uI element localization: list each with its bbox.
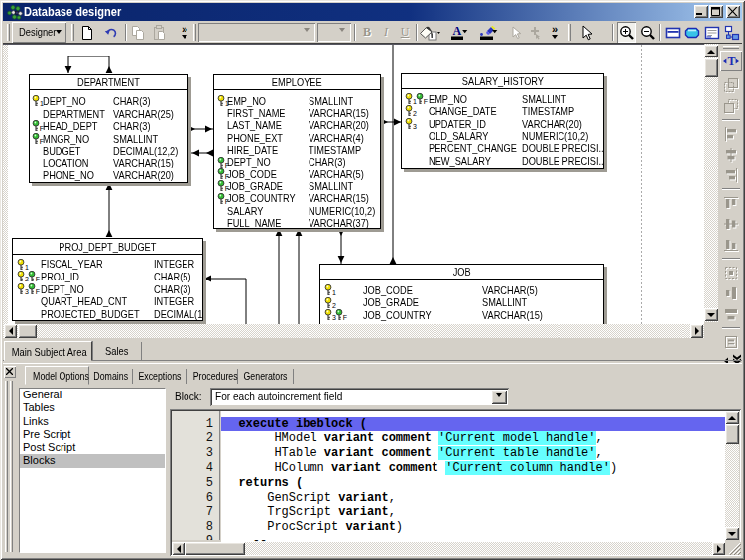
scroll-right-button[interactable] bbox=[690, 324, 703, 338]
entity-field-budget[interactable]: BUDGETDECIMAL(12,2) bbox=[30, 145, 187, 157]
new-view-button[interactable] bbox=[683, 22, 701, 43]
entity-field-hire-date[interactable]: HIRE_DATETIMESTAMP bbox=[214, 144, 380, 156]
entity-field-department[interactable]: DEPARTMENTVARCHAR(25) bbox=[30, 108, 187, 120]
entity-field-first-name[interactable]: FIRST_NAMEVARCHAR(15) bbox=[214, 107, 380, 119]
editor-hscroll-thumb[interactable] bbox=[185, 542, 245, 555]
panel-tab-exceptions[interactable]: Exceptions bbox=[133, 369, 187, 384]
send-to-back-button[interactable] bbox=[720, 95, 742, 116]
undo-button[interactable] bbox=[100, 22, 122, 43]
panel-tab-domains[interactable]: Domains bbox=[89, 369, 133, 384]
entity-field-mngr-no[interactable]: FMNGR_NOSMALLINT bbox=[30, 133, 187, 145]
font-size-combo[interactable] bbox=[317, 23, 351, 42]
code-line-7[interactable]: TrgScript variant, bbox=[221, 505, 725, 520]
new-relationship-button[interactable] bbox=[722, 22, 742, 43]
editor-vscrollbar[interactable] bbox=[725, 411, 739, 540]
list-item-blocks[interactable]: Blocks bbox=[20, 454, 165, 467]
entity-salary-history[interactable]: SALARY_HISTORY1FEMP_NOSMALLINT2CHANGE_DA… bbox=[401, 73, 604, 169]
designer-menu-button[interactable]: Designer bbox=[12, 22, 66, 43]
entity-field-phone-ext[interactable]: PHONE_EXTVARCHAR(4) bbox=[214, 132, 380, 144]
entity-field-emp-no[interactable]: 1FEMP_NOSMALLINT bbox=[402, 93, 603, 105]
align-top-button[interactable] bbox=[720, 192, 742, 213]
entity-field-proj-id[interactable]: 2FPROJ_IDCHAR(5) bbox=[13, 271, 202, 283]
panel-grip[interactable] bbox=[5, 381, 15, 552]
zoom-out-button[interactable] bbox=[638, 22, 657, 43]
italic-button[interactable]: I bbox=[377, 22, 395, 43]
entity-field-percent-change[interactable]: PERCENT_CHANGEDOUBLE PRECISI... bbox=[402, 142, 603, 154]
resize-grip[interactable] bbox=[726, 542, 741, 555]
panel-close-button[interactable] bbox=[4, 366, 16, 378]
autosize-width-button[interactable]: T bbox=[720, 51, 742, 71]
toolbar-overflow-button[interactable]: » bbox=[178, 22, 191, 43]
code-line-1[interactable]: execute ibeblock ( bbox=[221, 417, 725, 432]
add-link-button[interactable] bbox=[526, 22, 544, 43]
toolbar-collapse-left-icon[interactable] bbox=[722, 351, 730, 359]
subject-tab-main-subject-area[interactable]: Main Subject Area bbox=[4, 341, 92, 361]
canvas-hscroll-thumb[interactable] bbox=[18, 324, 37, 338]
entity-field-dept-no[interactable]: FDEPT_NOCHAR(3) bbox=[214, 156, 380, 168]
entity-field-job-country[interactable]: FJOB_COUNTRYVARCHAR(15) bbox=[214, 192, 380, 204]
copy-button[interactable] bbox=[127, 22, 149, 43]
editor-vscroll-thumb[interactable] bbox=[725, 424, 739, 444]
entity-field-salary[interactable]: SALARYNUMERIC(10,2) bbox=[214, 205, 380, 217]
font-name-combo[interactable] bbox=[198, 23, 315, 42]
entity-field-last-name[interactable]: LAST_NAMEVARCHAR(20) bbox=[214, 119, 380, 131]
entity-field-job-country[interactable]: 3FJOB_COUNTRYVARCHAR(15) bbox=[320, 309, 603, 322]
entity-field-job-grade[interactable]: FJOB_GRADESMALLINT bbox=[214, 180, 380, 192]
entity-field-quart-head-cnt[interactable]: QUART_HEAD_CNTINTEGER bbox=[13, 295, 202, 308]
list-item-post-script[interactable]: Post Script bbox=[20, 441, 165, 454]
titlebar[interactable]: Database designer bbox=[3, 3, 742, 21]
entity-field-new-salary[interactable]: NEW_SALARYDOUBLE PRECISI... bbox=[402, 155, 603, 167]
code-line-6[interactable]: GenScript variant, bbox=[221, 491, 725, 505]
entity-proj-dept-budget[interactable]: PROJ_DEPT_BUDGET1FISCAL_YEARINTEGER2FPRO… bbox=[12, 238, 203, 321]
code-line-3[interactable]: HTable variant comment 'Current table ha… bbox=[221, 446, 725, 461]
entity-department[interactable]: DEPARTMENT1DEPT_NOCHAR(3)DEPARTMENTVARCH… bbox=[29, 74, 188, 183]
code-line-2[interactable]: HModel variant comment 'Current model ha… bbox=[221, 431, 725, 446]
code-line-9[interactable]: -- bbox=[221, 534, 725, 542]
new-table-button[interactable] bbox=[663, 22, 682, 43]
paste-button[interactable] bbox=[149, 22, 171, 43]
zoom-in-button[interactable] bbox=[617, 22, 636, 43]
bring-to-front-button[interactable] bbox=[720, 74, 742, 95]
entity-field-change-date[interactable]: 2CHANGE_DATETIMESTAMP bbox=[402, 105, 603, 117]
block-combo[interactable]: For each autoincrement field bbox=[210, 388, 509, 406]
editor-hscrollbar[interactable] bbox=[172, 542, 725, 555]
entity-field-fiscal-year[interactable]: 1FISCAL_YEARINTEGER bbox=[13, 258, 202, 271]
select-links-button[interactable] bbox=[507, 22, 525, 43]
entity-field-updater-id[interactable]: 3UPDATER_IDVARCHAR(20) bbox=[402, 118, 603, 130]
panel-tab-generators[interactable]: Generators bbox=[238, 369, 294, 384]
entity-field-head-dept[interactable]: FHEAD_DEPTCHAR(3) bbox=[30, 120, 187, 132]
code-line-4[interactable]: HColumn variant comment 'Current column … bbox=[221, 461, 725, 476]
pointer-tool-button[interactable] bbox=[574, 22, 598, 43]
entity-field-emp-no[interactable]: 1EMP_NOSMALLINT bbox=[214, 95, 380, 107]
scroll-down-button[interactable] bbox=[725, 527, 739, 540]
align-middle-button[interactable] bbox=[720, 213, 742, 234]
align-right-button[interactable] bbox=[720, 165, 742, 185]
toolbar-overflow-button[interactable]: » bbox=[548, 22, 561, 43]
align-bottom-button[interactable] bbox=[720, 234, 742, 255]
fill-color-button[interactable] bbox=[417, 22, 444, 43]
panel-tab-procedures[interactable]: Procedures bbox=[187, 369, 238, 384]
maximize-button[interactable] bbox=[709, 5, 723, 18]
same-height-button[interactable] bbox=[720, 282, 742, 303]
toolbar-grip[interactable] bbox=[568, 24, 571, 41]
new-note-button[interactable] bbox=[702, 22, 721, 43]
center-on-page-button[interactable] bbox=[720, 331, 742, 352]
canvas-hscrollbar[interactable] bbox=[3, 324, 704, 338]
entity-field-location[interactable]: LOCATIONVARCHAR(15) bbox=[30, 157, 187, 168]
code-line-5[interactable]: returns ( bbox=[221, 476, 725, 491]
list-item-links[interactable]: Links bbox=[20, 415, 165, 428]
entity-field-full-name[interactable]: FULL_NAMEVARCHAR(37) bbox=[214, 217, 380, 229]
options-listbox[interactable]: GeneralTablesLinksPre ScriptPost ScriptB… bbox=[19, 388, 166, 553]
code-line-8[interactable]: ProcScript variant) bbox=[221, 520, 725, 535]
underline-button[interactable]: U bbox=[396, 22, 414, 43]
toolbar-grip[interactable] bbox=[723, 46, 739, 49]
scroll-down-button[interactable] bbox=[704, 308, 718, 321]
entity-field-dept-no[interactable]: 1DEPT_NOCHAR(3) bbox=[30, 95, 187, 107]
toolbar-grip[interactable] bbox=[193, 24, 196, 41]
minimize-button[interactable] bbox=[694, 5, 708, 18]
entity-field-phone-no[interactable]: PHONE_NOVARCHAR(20) bbox=[30, 169, 187, 181]
align-left-button[interactable] bbox=[720, 123, 742, 144]
block-combo-dropdown-button[interactable] bbox=[491, 390, 507, 404]
bold-button[interactable]: B bbox=[358, 22, 376, 43]
subject-tab-sales[interactable]: Sales bbox=[93, 342, 142, 361]
